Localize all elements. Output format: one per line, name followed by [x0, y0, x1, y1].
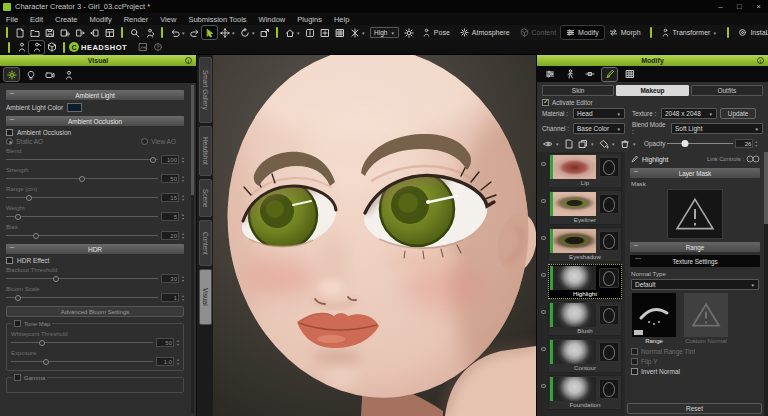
import-button[interactable]: [87, 26, 102, 39]
gamma-checkbox[interactable]: [14, 374, 21, 381]
ao-blend-spinner[interactable]: [182, 156, 184, 163]
ambient-light-section-header[interactable]: Ambient Light: [6, 90, 184, 100]
menu-view[interactable]: View: [154, 13, 182, 25]
ao-strength-value[interactable]: 50: [161, 174, 179, 183]
rotate-tool-button[interactable]: [237, 26, 252, 39]
menu-edit[interactable]: Edit: [24, 13, 49, 25]
modify-button[interactable]: Modify: [561, 26, 604, 39]
tonemap-exposure-handle[interactable]: [43, 359, 49, 365]
duplicate-caret[interactable]: ▾: [591, 141, 596, 147]
reset-button[interactable]: Reset: [627, 403, 762, 414]
headshot-mode-button[interactable]: [29, 41, 44, 54]
layer-mask-thumbnail[interactable]: [599, 379, 619, 399]
tonemap-whitepoint-threshold-spinner[interactable]: [177, 339, 179, 346]
visibility-caret[interactable]: ▾: [556, 141, 561, 147]
side-tab-smart-gallery[interactable]: Smart Gallery: [199, 57, 212, 123]
ao-bias-slider[interactable]: [6, 232, 158, 240]
ao-blend-slider[interactable]: [6, 156, 158, 164]
link-controls-toggle[interactable]: [746, 155, 760, 163]
layer-mask-section-header[interactable]: Layer Mask: [630, 168, 760, 178]
tonemap-exposure-value[interactable]: 1.0: [156, 357, 174, 366]
opacity-slider[interactable]: [667, 140, 733, 148]
minimize-button[interactable]: –: [711, 0, 730, 13]
duplicate-layer-icon[interactable]: [577, 138, 589, 149]
fill-layer-icon[interactable]: [598, 138, 610, 149]
layer-visibility-icon[interactable]: [541, 236, 546, 240]
tab-outfits[interactable]: Outfits: [691, 85, 763, 96]
layer-item-eyeshadow[interactable]: Eyeshadow: [548, 227, 622, 262]
side-tab-visual[interactable]: Visual: [199, 269, 212, 325]
delete-caret[interactable]: ▾: [633, 141, 638, 147]
content-button[interactable]: Content: [515, 26, 562, 39]
hdr-bloom-scale-value[interactable]: 1: [161, 293, 179, 302]
tonemap-whitepoint-threshold-value[interactable]: 50: [156, 338, 174, 347]
morph-button[interactable]: Morph: [604, 26, 646, 39]
ao-weight-slider[interactable]: [6, 213, 158, 221]
ambient-occlusion-section-header[interactable]: Ambient Occlusion: [6, 116, 184, 126]
add-grid-button[interactable]: [317, 26, 332, 39]
view-ao-radio[interactable]: [141, 138, 148, 145]
texture-size-dropdown[interactable]: 2048 x 2048: [661, 108, 717, 119]
layer-visibility-icon[interactable]: [541, 273, 546, 277]
menu-modify[interactable]: Modify: [84, 13, 118, 25]
ao-blend-value[interactable]: 100: [161, 155, 179, 164]
tab-makeup[interactable]: Makeup: [616, 85, 688, 96]
hdr-bloom-scale-spinner[interactable]: [182, 294, 184, 301]
menu-help[interactable]: Help: [328, 13, 355, 25]
scale-tool-button[interactable]: [257, 26, 272, 39]
transformer-caret[interactable]: ▾: [713, 30, 718, 36]
headshot-help-button[interactable]: [150, 41, 165, 54]
activate-editor-checkbox[interactable]: [542, 99, 549, 106]
instalod-button[interactable]: InstaLOD▾: [733, 26, 768, 39]
viewport-3d[interactable]: [213, 55, 536, 416]
menu-render[interactable]: Render: [118, 13, 155, 25]
material-dropdown[interactable]: Head: [573, 108, 625, 119]
hdr-blackout-threshold-value[interactable]: 30: [161, 274, 179, 283]
layer-visibility-icon[interactable]: [541, 310, 546, 314]
grid-button[interactable]: [332, 26, 347, 39]
ao-strength-handle[interactable]: [79, 176, 85, 182]
layer-item-blush[interactable]: Blush: [548, 301, 622, 336]
custom-normal-thumbnail[interactable]: [684, 293, 728, 337]
ambient-light-color-swatch[interactable]: [67, 103, 82, 112]
layer-item-eyeliner[interactable]: Eyeliner: [548, 190, 622, 225]
layer-item-foundation[interactable]: Foundation: [548, 375, 622, 410]
ao-blend-handle[interactable]: [150, 157, 156, 163]
layer-mask-thumbnail[interactable]: [599, 194, 619, 214]
ao-strength-slider[interactable]: [6, 175, 158, 183]
hdr-blackout-threshold-spinner[interactable]: [182, 275, 184, 282]
ao-weight-spinner[interactable]: [182, 213, 184, 220]
appearance-tab-icon[interactable]: [602, 68, 617, 81]
flip-y-checkbox[interactable]: [631, 358, 638, 365]
tone-map-checkbox[interactable]: [14, 320, 21, 327]
light-settings-icon[interactable]: [23, 68, 38, 81]
undo-button[interactable]: [167, 26, 182, 39]
ao-range-cm--slider[interactable]: [6, 194, 158, 202]
ao-range-cm--value[interactable]: 15: [161, 193, 179, 202]
layer-item-highlight[interactable]: Highlight: [548, 264, 622, 299]
layer-visibility-icon[interactable]: [541, 199, 546, 203]
tonemap-whitepoint-threshold-handle[interactable]: [39, 340, 45, 346]
menu-submission-tools[interactable]: Submission Tools: [182, 13, 252, 25]
side-tab-content[interactable]: Content: [199, 220, 212, 266]
headshot-image-button[interactable]: [135, 41, 150, 54]
attribute-tab-icon[interactable]: [542, 68, 557, 81]
select-tool-button[interactable]: [202, 26, 217, 39]
transformer-button[interactable]: Transformer▾: [656, 26, 724, 39]
ao-range-cm--handle[interactable]: [26, 195, 32, 201]
character-settings-icon[interactable]: [61, 68, 76, 81]
right-panel-scrollbar[interactable]: [764, 152, 768, 416]
side-tab-scene[interactable]: Scene: [199, 179, 212, 217]
hdr-blackout-threshold-slider[interactable]: [6, 275, 158, 283]
invert-normal-checkbox[interactable]: [631, 368, 638, 375]
gizmo-button[interactable]: [347, 26, 362, 39]
tab-skin[interactable]: Skin: [542, 85, 614, 96]
layer-item-contour[interactable]: Contour: [548, 338, 622, 373]
layer-mask-thumbnail[interactable]: [599, 268, 619, 288]
menu-create[interactable]: Create: [49, 13, 84, 25]
headshot-label[interactable]: HEADSHOT: [81, 43, 127, 52]
maximize-button[interactable]: □: [730, 0, 749, 13]
layer-visibility-icon[interactable]: [541, 347, 546, 351]
hdr-bloom-scale-handle[interactable]: [15, 295, 21, 301]
blend-mode-dropdown[interactable]: Soft Light: [671, 123, 763, 134]
